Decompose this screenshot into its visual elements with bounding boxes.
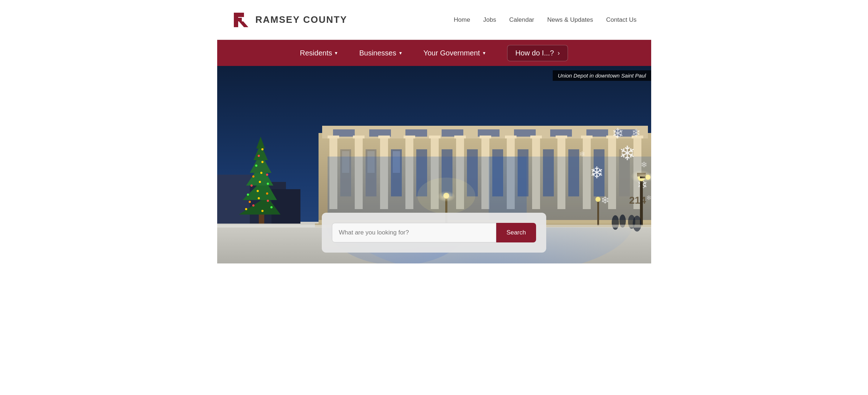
nav-news[interactable]: News & Updates xyxy=(547,16,593,24)
nav-home[interactable]: Home xyxy=(454,16,470,24)
svg-point-85 xyxy=(252,204,254,207)
svg-rect-37 xyxy=(353,136,365,138)
nav-how-do-i[interactable]: How do I...? › xyxy=(507,45,568,61)
nav-how-label: How do I...? xyxy=(515,49,554,57)
svg-point-95 xyxy=(259,181,261,183)
nav-residents[interactable]: Residents ▾ xyxy=(300,49,338,57)
site-header: RAMSEY COUNTY Home Jobs Calendar News & … xyxy=(217,0,651,40)
svg-point-86 xyxy=(261,210,264,212)
search-container: Search xyxy=(322,213,546,253)
svg-rect-43 xyxy=(505,136,517,138)
svg-text:214: 214 xyxy=(629,195,646,206)
svg-point-94 xyxy=(250,184,253,187)
svg-rect-36 xyxy=(328,136,339,138)
svg-rect-39 xyxy=(404,136,415,138)
nav-calendar[interactable]: Calendar xyxy=(509,16,534,24)
svg-text:❄: ❄ xyxy=(579,150,585,158)
svg-point-126 xyxy=(417,178,475,214)
svg-point-89 xyxy=(258,197,260,199)
svg-text:❄: ❄ xyxy=(612,125,624,141)
svg-point-96 xyxy=(267,183,269,185)
svg-rect-42 xyxy=(480,136,491,138)
logo-icon xyxy=(232,11,250,29)
logo[interactable]: RAMSEY COUNTY xyxy=(232,11,347,29)
svg-rect-45 xyxy=(556,136,567,138)
svg-point-102 xyxy=(258,155,260,157)
residents-chevron-icon: ▾ xyxy=(335,50,337,56)
svg-point-90 xyxy=(267,200,269,202)
svg-text:❄: ❄ xyxy=(619,142,636,165)
svg-point-97 xyxy=(252,175,254,178)
search-input[interactable] xyxy=(332,223,496,242)
svg-text:❄: ❄ xyxy=(590,163,604,182)
svg-rect-41 xyxy=(454,136,466,138)
svg-point-84 xyxy=(245,208,247,210)
header-nav: Home Jobs Calendar News & Updates Contac… xyxy=(454,16,637,24)
nav-jobs[interactable]: Jobs xyxy=(483,16,496,24)
svg-rect-2 xyxy=(234,13,244,17)
hero-section: 214 ❄ ❄ ❄ ❄ xyxy=(217,66,651,263)
svg-rect-125 xyxy=(217,225,326,227)
svg-rect-74 xyxy=(597,200,599,225)
svg-rect-46 xyxy=(581,136,593,138)
svg-point-101 xyxy=(261,161,264,163)
svg-rect-40 xyxy=(429,136,441,138)
svg-point-103 xyxy=(261,148,264,150)
nav-businesses-label: Businesses xyxy=(359,49,396,57)
logo-text: RAMSEY COUNTY xyxy=(256,14,347,25)
businesses-chevron-icon: ▾ xyxy=(399,50,402,56)
nav-businesses[interactable]: Businesses ▾ xyxy=(359,49,401,57)
search-button[interactable]: Search xyxy=(496,223,536,242)
main-nav-bar: Residents ▾ Businesses ▾ Your Government… xyxy=(217,40,651,66)
how-arrow-icon: › xyxy=(557,49,560,57)
svg-point-98 xyxy=(260,172,262,174)
svg-point-100 xyxy=(255,165,257,167)
svg-point-75 xyxy=(595,197,601,202)
nav-government[interactable]: Your Government ▾ xyxy=(424,49,485,57)
svg-text:❄: ❄ xyxy=(632,127,641,139)
svg-rect-9 xyxy=(271,189,300,224)
svg-rect-68 xyxy=(489,157,651,222)
svg-point-91 xyxy=(247,194,249,196)
svg-rect-44 xyxy=(530,136,542,138)
svg-point-93 xyxy=(266,192,268,195)
nav-government-label: Your Government xyxy=(424,49,480,57)
svg-point-88 xyxy=(249,201,251,203)
svg-rect-3 xyxy=(234,18,242,21)
svg-point-99 xyxy=(266,174,268,176)
photo-caption: Union Depot in downtown Saint Paul xyxy=(553,70,651,81)
svg-text:❄: ❄ xyxy=(641,160,647,169)
svg-point-87 xyxy=(270,206,273,208)
svg-text:❄: ❄ xyxy=(601,195,609,206)
nav-residents-label: Residents xyxy=(300,49,332,57)
government-chevron-icon: ▾ xyxy=(483,50,485,56)
svg-point-92 xyxy=(257,190,259,192)
svg-text:❄: ❄ xyxy=(646,194,651,201)
svg-rect-113 xyxy=(640,178,643,225)
svg-point-123 xyxy=(633,216,641,232)
svg-rect-38 xyxy=(378,136,390,138)
nav-contact[interactable]: Contact Us xyxy=(606,16,636,24)
